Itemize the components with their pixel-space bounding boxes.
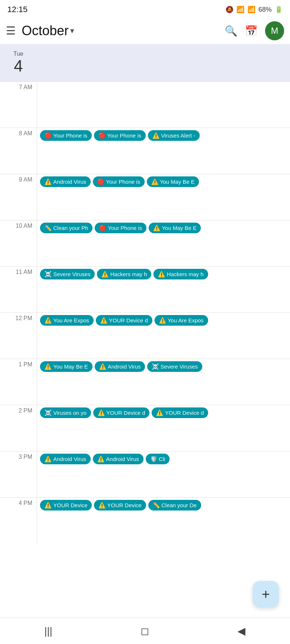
time-slot-content: ⚠️You Are Expos⚠️YOUR Device d⚠️You Are …	[37, 313, 290, 359]
time-label: 2 PM	[0, 405, 37, 414]
event-icon: ⚠️	[98, 409, 105, 416]
event-chip[interactable]: 🔴Your Phone is	[93, 176, 145, 187]
event-label: Hackers may h	[167, 271, 203, 277]
event-chip[interactable]: ☠️Viruses on yo	[40, 407, 91, 418]
event-label: Cli	[159, 456, 166, 462]
time-row: 9 AM⚠️Android Virus🔴Your Phone is⚠️You M…	[0, 174, 290, 220]
event-label: Your Phone is	[53, 132, 87, 139]
event-chip[interactable]: ⚠️YOUR Device d	[96, 315, 152, 326]
event-chip[interactable]: ⚠️Android Virus	[93, 454, 144, 464]
event-label: Android Virus	[108, 363, 141, 370]
event-chip[interactable]: ⚠️You Are Expos	[40, 315, 94, 326]
event-icon: ☠️	[152, 363, 159, 370]
event-chip[interactable]: ☠️Severe Viruses	[147, 361, 202, 372]
signal-icon: 📶	[247, 6, 255, 14]
event-label: Severe Viruses	[53, 271, 90, 277]
time-slot-content: ⚠️Android Virus⚠️Android Virus🛡️Cli	[37, 451, 290, 497]
time-label: 10 AM	[0, 220, 37, 229]
month-title[interactable]: October ▾	[22, 23, 219, 39]
event-chip[interactable]: ⚠️Hackers may h	[153, 269, 208, 279]
event-label: Viruses on yo	[53, 410, 87, 416]
event-icon: ✏️	[44, 224, 52, 231]
event-icon: 🔴	[98, 132, 106, 139]
day-name: Tue	[14, 51, 23, 57]
event-icon: ⚠️	[97, 455, 105, 462]
event-label: Android Virus	[53, 179, 86, 185]
event-icon: ⚠️	[156, 409, 163, 416]
event-chip[interactable]: ⚠️You May Be E	[149, 223, 201, 233]
search-icon[interactable]: 🔍	[225, 25, 238, 37]
event-chip[interactable]: ☠️Severe Viruses	[40, 269, 95, 279]
calendar-today-icon[interactable]: 📅	[245, 25, 258, 37]
event-label: Your Phone is	[106, 179, 140, 185]
event-label: Your Phone is	[107, 132, 141, 139]
bottom-nav: ||| ◻ ◀	[0, 618, 290, 644]
event-label: You Are Expos	[168, 317, 204, 323]
event-chip[interactable]: ⚠️Hackers may h	[97, 269, 151, 279]
event-label: Your Phone is	[108, 225, 142, 231]
event-chip[interactable]: ⚠️Viruses Alert -	[148, 130, 200, 141]
event-chip[interactable]: ✏️Clean your Ph	[40, 223, 93, 233]
event-chip[interactable]: ⚠️YOUR Device d	[152, 407, 208, 418]
home-icon: ◻	[141, 625, 149, 637]
recent-apps-button[interactable]: |||	[37, 620, 59, 642]
app-bar: ☰ October ▾ 🔍 📅 M	[0, 18, 290, 44]
event-icon: ⚠️	[100, 317, 108, 324]
event-chip[interactable]: ⚠️You May Be E	[147, 176, 199, 187]
event-chip[interactable]: ⚠️YOUR Device	[94, 500, 146, 511]
event-icon: ⚠️	[44, 502, 52, 509]
event-label: YOUR Device d	[165, 410, 204, 416]
event-chip[interactable]: 🛡️Cli	[146, 454, 170, 464]
avatar[interactable]: M	[265, 21, 284, 40]
menu-button[interactable]: ☰	[6, 25, 16, 36]
event-chip[interactable]: 🔴Your Phone is	[94, 130, 146, 141]
event-label: You May Be E	[160, 179, 195, 185]
event-chip[interactable]: 🔴Your Phone is	[95, 223, 146, 233]
home-button[interactable]: ◻	[134, 620, 156, 642]
event-icon: ☠️	[44, 271, 52, 278]
back-button[interactable]: ◀	[231, 620, 253, 642]
time-label: 9 AM	[0, 174, 37, 183]
time-slot-content: ⚠️YOUR Device⚠️YOUR Device✏️Clean your D…	[37, 498, 290, 544]
day-header-content	[37, 48, 290, 78]
event-icon: ⚠️	[151, 178, 159, 185]
event-icon: ⚠️	[158, 271, 165, 278]
event-icon: 🔴	[99, 224, 106, 231]
month-label: October	[22, 23, 69, 39]
add-event-button[interactable]: +	[253, 581, 279, 607]
event-chip[interactable]: ✏️Clean your De	[148, 500, 201, 511]
time-slot-content: ✏️Clean your Ph🔴Your Phone is⚠️You May B…	[37, 220, 290, 266]
event-chip[interactable]: ⚠️You May Be E	[40, 361, 93, 372]
event-icon: 🔴	[97, 178, 105, 185]
time-slot-content: ⚠️Android Virus🔴Your Phone is⚠️You May B…	[37, 174, 290, 220]
mute-icon: 🔕	[225, 6, 233, 14]
recent-apps-icon: |||	[44, 625, 52, 637]
time-slot-content: ☠️Severe Viruses⚠️Hackers may h⚠️Hackers…	[37, 267, 290, 312]
battery-level: 68%	[258, 6, 272, 14]
event-label: YOUR Device d	[109, 317, 148, 323]
event-label: Android Virus	[106, 456, 139, 462]
event-chip[interactable]: 🔴Your Phone is	[40, 130, 92, 141]
event-label: Clean your De	[162, 502, 197, 508]
event-icon: ⚠️	[98, 502, 106, 509]
time-row: 4 PM⚠️YOUR Device⚠️YOUR Device✏️Clean yo…	[0, 497, 290, 544]
event-chip[interactable]: ⚠️Android Virus	[40, 454, 91, 464]
calendar-grid: 7 AM8 AM🔴Your Phone is🔴Your Phone is⚠️Vi…	[0, 81, 290, 544]
event-label: YOUR Device	[53, 502, 87, 508]
event-chip[interactable]: ⚠️YOUR Device	[40, 500, 92, 511]
event-chip[interactable]: ⚠️YOUR Device d	[93, 407, 150, 418]
time-label: 3 PM	[0, 451, 37, 460]
event-chip[interactable]: ⚠️Android Virus	[40, 176, 91, 187]
day-header-label: Tue 4	[0, 48, 37, 78]
day-header: Tue 4	[0, 44, 290, 81]
time-row: 12 PM⚠️You Are Expos⚠️YOUR Device d⚠️You…	[0, 312, 290, 359]
event-label: YOUR Device d	[106, 410, 145, 416]
time-slot-content: ☠️Viruses on yo⚠️YOUR Device d⚠️YOUR Dev…	[37, 405, 290, 451]
event-chip[interactable]: ⚠️Android Virus	[95, 361, 145, 372]
day-number: 4	[14, 57, 23, 75]
event-icon: ⚠️	[44, 455, 52, 462]
time-row: 2 PM☠️Viruses on yo⚠️YOUR Device d⚠️YOUR…	[0, 405, 290, 451]
event-icon: ⚠️	[44, 363, 52, 370]
event-chip[interactable]: ⚠️You Are Expos	[155, 315, 208, 326]
back-icon: ◀	[238, 625, 246, 637]
